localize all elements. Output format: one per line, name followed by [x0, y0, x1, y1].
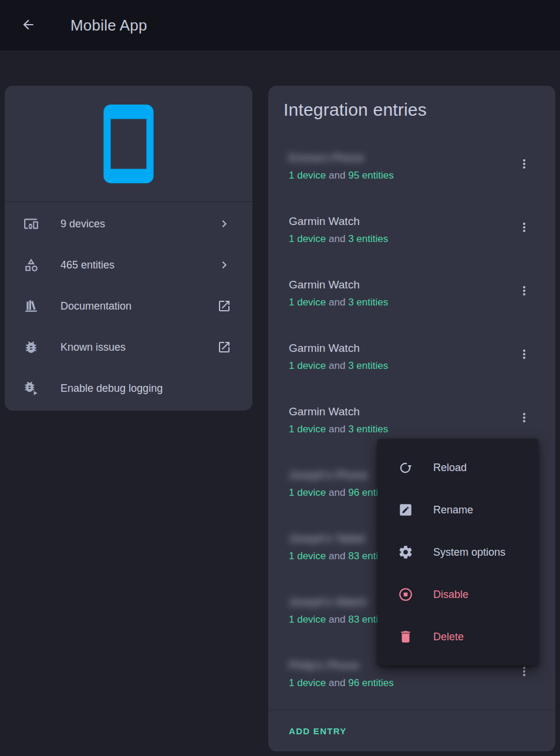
entry-connector: and — [329, 360, 345, 371]
documentation-row[interactable]: Documentation — [5, 285, 252, 327]
menu-item-system-options[interactable]: System options — [377, 531, 538, 573]
devices-row-label: 9 devices — [60, 218, 217, 230]
entry-subtitle[interactable]: 1 device and 3 entities — [289, 295, 511, 310]
entry-text: Garmin Watch 1 device and 3 entities — [289, 214, 511, 247]
info-rows: 9 devices 465 entities Documentation — [5, 202, 252, 409]
entities-row[interactable]: 465 entities — [5, 244, 252, 285]
documentation-row-label: Documentation — [60, 300, 217, 313]
entry-subtitle[interactable]: 1 device and 96 entities — [289, 676, 511, 691]
entry-connector: and — [329, 487, 345, 498]
cellphone-icon — [86, 101, 171, 187]
menu-item-label: System options — [433, 546, 505, 559]
menu-item-label: Delete — [433, 631, 464, 643]
entry-text: Garmin Watch 1 device and 3 entities — [289, 404, 511, 437]
entry-devices-count: 1 device — [289, 677, 326, 688]
enable-debug-logging-row[interactable]: Enable debug logging — [5, 368, 252, 409]
entry-connector: and — [329, 233, 345, 244]
menu-item-delete[interactable]: Delete — [377, 616, 538, 658]
bug-play-icon — [23, 381, 39, 396]
chevron-right-icon — [217, 217, 231, 231]
entry-devices-count: 1 device — [289, 233, 326, 244]
integration-entry-row[interactable]: Garmin Watch 1 device and 3 entities — [268, 266, 555, 329]
entry-devices-count: 1 device — [289, 360, 326, 371]
dots-vertical-icon — [517, 220, 531, 236]
cog-icon — [398, 545, 413, 560]
entry-subtitle[interactable]: 1 device and 3 entities — [289, 231, 511, 247]
enable-debug-logging-label: Enable debug logging — [60, 382, 231, 395]
entries-card-title: Integration entries — [268, 86, 555, 120]
menu-item-rename[interactable]: Rename — [377, 489, 538, 531]
shapes-icon — [23, 257, 39, 273]
dots-vertical-icon — [517, 347, 531, 363]
entry-menu-button[interactable] — [511, 405, 537, 431]
entry-name: Garmin Watch — [289, 214, 511, 229]
entry-subtitle[interactable]: 1 device and 95 entities — [289, 168, 511, 183]
trash-icon — [398, 629, 413, 644]
devices-icon — [23, 216, 39, 231]
entry-connector: and — [329, 614, 345, 625]
entry-name: Emma's Phone — [289, 150, 511, 166]
entry-entities-count: 96 entities — [348, 677, 394, 688]
menu-item-label: Reload — [433, 462, 467, 474]
menu-item-disable[interactable]: Disable — [377, 573, 538, 616]
dots-vertical-icon — [517, 157, 531, 173]
menu-item-label: Rename — [433, 504, 473, 516]
dots-vertical-icon — [517, 664, 531, 680]
reload-icon — [398, 460, 413, 475]
entry-devices-count: 1 device — [289, 424, 326, 435]
entry-entities-count: 3 entities — [348, 297, 388, 308]
integration-entry-row[interactable]: Emma's Phone 1 device and 95 entities — [268, 139, 555, 202]
entry-text: Emma's Phone 1 device and 95 entities — [289, 150, 511, 183]
bookshelf-icon — [23, 298, 39, 314]
entry-context-menu: Reload Rename System options Disable Del — [377, 439, 538, 666]
entry-name: Garmin Watch — [289, 341, 511, 356]
entry-text: Garmin Watch 1 device and 3 entities — [289, 341, 511, 374]
entry-subtitle[interactable]: 1 device and 3 entities — [289, 422, 511, 437]
known-issues-row[interactable]: Known issues — [5, 327, 252, 368]
open-in-new-icon — [217, 299, 231, 313]
rename-box-icon — [398, 502, 413, 518]
stop-circle-icon — [398, 587, 413, 602]
entry-menu-button[interactable] — [511, 215, 537, 241]
entry-menu-button[interactable] — [511, 278, 537, 304]
entry-devices-count: 1 device — [289, 297, 326, 308]
add-entry-button[interactable]: ADD ENTRY — [289, 726, 347, 736]
entry-connector: and — [329, 424, 345, 435]
arrow-left-icon — [21, 17, 36, 34]
entry-entities-count: 3 entities — [348, 360, 388, 371]
entry-devices-count: 1 device — [289, 487, 326, 498]
entry-menu-button[interactable] — [511, 342, 537, 368]
integration-entry-row[interactable]: Garmin Watch 1 device and 3 entities — [268, 329, 555, 392]
entry-connector: and — [329, 550, 345, 562]
entry-entities-count: 3 entities — [348, 233, 388, 244]
open-in-new-icon — [217, 340, 231, 354]
entry-devices-count: 1 device — [289, 170, 326, 181]
dots-vertical-icon — [517, 284, 531, 300]
dots-vertical-icon — [517, 411, 531, 426]
back-button[interactable] — [14, 11, 42, 39]
entry-devices-count: 1 device — [289, 550, 326, 562]
entry-subtitle[interactable]: 1 device and 3 entities — [289, 358, 511, 374]
entries-card-footer: ADD ENTRY — [268, 710, 555, 751]
entry-devices-count: 1 device — [289, 614, 326, 625]
entry-entities-count: 3 entities — [348, 424, 388, 435]
entry-name: Garmin Watch — [289, 404, 511, 419]
menu-item-label: Disable — [433, 589, 468, 601]
entry-connector: and — [329, 677, 345, 688]
integration-info-card: 9 devices 465 entities Documentation — [5, 86, 252, 411]
entry-connector: and — [329, 170, 345, 181]
entry-menu-button[interactable] — [511, 152, 537, 177]
topbar: Mobile App — [0, 0, 560, 51]
bug-icon — [23, 340, 39, 355]
entry-connector: and — [329, 297, 345, 308]
chevron-right-icon — [217, 258, 231, 272]
entry-entities-count: 95 entities — [348, 170, 394, 181]
entities-row-label: 465 entities — [60, 259, 217, 271]
entry-name: Garmin Watch — [289, 277, 511, 293]
menu-item-reload[interactable]: Reload — [377, 446, 538, 489]
devices-row[interactable]: 9 devices — [5, 203, 252, 244]
known-issues-row-label: Known issues — [60, 341, 217, 354]
integration-entry-row[interactable]: Garmin Watch 1 device and 3 entities — [268, 202, 555, 266]
entry-text: Garmin Watch 1 device and 3 entities — [289, 277, 511, 310]
page-title: Mobile App — [70, 16, 147, 35]
